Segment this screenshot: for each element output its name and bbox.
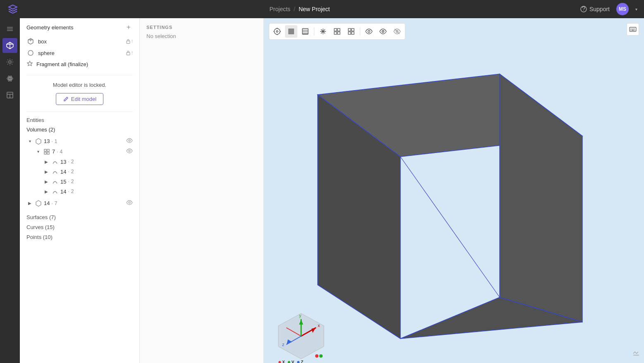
eye-partial-button[interactable] bbox=[377, 25, 389, 38]
tree-chevron-13-2a[interactable]: ▶ bbox=[43, 158, 50, 165]
svg-point-17 bbox=[28, 50, 33, 55]
svg-point-46 bbox=[382, 31, 384, 33]
tree-label-13-2a: 13 bbox=[60, 159, 66, 165]
svg-point-7 bbox=[9, 78, 11, 79]
svg-rect-23 bbox=[47, 152, 49, 154]
locked-message: Model editor is locked. bbox=[53, 82, 106, 88]
user-initials: MS bbox=[619, 6, 626, 12]
svg-rect-21 bbox=[47, 149, 49, 151]
user-avatar[interactable]: MS bbox=[616, 3, 629, 15]
mesh-button[interactable] bbox=[317, 25, 329, 38]
svg-text:y: y bbox=[299, 313, 302, 318]
select-tool-button[interactable] bbox=[271, 25, 283, 38]
tree-label-14-2a: 14 bbox=[60, 169, 66, 175]
sphere-lock: ! bbox=[126, 50, 133, 55]
tree-item-7-4: ▾ 7 · 4 bbox=[26, 146, 133, 157]
user-menu-chevron[interactable]: ▾ bbox=[635, 7, 637, 12]
svg-marker-58 bbox=[500, 74, 582, 322]
eye-open-button[interactable] bbox=[363, 25, 375, 38]
viewport-toolbar bbox=[269, 23, 405, 40]
main-layout: Geometry elements + box bbox=[0, 18, 644, 363]
geometry-item-sphere: sphere ! bbox=[26, 47, 133, 59]
geometry-section: Geometry elements + box bbox=[20, 18, 139, 75]
svg-rect-16 bbox=[127, 41, 130, 43]
eye-button-14-7[interactable] bbox=[126, 199, 133, 207]
svg-rect-20 bbox=[44, 149, 46, 151]
tree-label-7-4: 7 bbox=[52, 148, 55, 155]
tree-chevron-14-2b[interactable]: ▶ bbox=[43, 188, 50, 195]
locked-section: Model editor is locked. Edit model bbox=[20, 75, 139, 112]
wireframe-button[interactable] bbox=[299, 25, 311, 38]
sidebar-item-menu[interactable] bbox=[2, 21, 17, 36]
svg-rect-32 bbox=[288, 29, 294, 34]
header-right: Support MS ▾ bbox=[580, 3, 637, 15]
grid-button[interactable] bbox=[331, 25, 343, 38]
box-lock: ! bbox=[126, 39, 133, 44]
points-title: Points (10) bbox=[26, 232, 133, 241]
header: Projects / New Project Support MS ▾ bbox=[0, 0, 644, 18]
axis-y-dot: ●y bbox=[287, 358, 294, 363]
svg-point-74 bbox=[315, 354, 318, 358]
tree-item-13-2a: ▶ 13 · 2 bbox=[26, 157, 133, 167]
keyboard-button[interactable] bbox=[627, 23, 639, 36]
svg-point-26 bbox=[274, 29, 280, 34]
svg-point-25 bbox=[129, 202, 130, 203]
svg-line-61 bbox=[400, 157, 500, 297]
svg-text:z: z bbox=[282, 342, 285, 347]
eye-close-button[interactable] bbox=[391, 25, 403, 38]
sidebar-item-geometry[interactable] bbox=[2, 38, 17, 53]
toolbar-sep-2 bbox=[360, 27, 360, 36]
settings-panel: SETTINGS No selection bbox=[140, 18, 264, 363]
edit-model-label: Edit model bbox=[71, 96, 96, 102]
grid-icon-7-4 bbox=[43, 148, 50, 155]
svg-point-19 bbox=[129, 140, 130, 141]
tree-label-13-1: 13 bbox=[44, 138, 50, 144]
curve-icon-14-2b bbox=[51, 188, 59, 195]
svg-rect-42 bbox=[352, 29, 354, 31]
tree-chevron-7-4[interactable]: ▾ bbox=[35, 148, 41, 155]
fragment-all-item[interactable]: Fragment all (finalize) bbox=[26, 59, 133, 70]
sidebar-item-atom[interactable] bbox=[2, 71, 17, 86]
svg-rect-38 bbox=[338, 29, 340, 31]
tree-chevron-14-2a[interactable]: ▶ bbox=[43, 168, 50, 175]
svg-rect-18 bbox=[127, 53, 130, 55]
tree-label-15-2: 15 bbox=[60, 179, 66, 185]
app-logo[interactable] bbox=[7, 3, 19, 15]
sidebar-item-settings[interactable] bbox=[2, 55, 17, 69]
eye-button-7-4[interactable] bbox=[126, 148, 133, 155]
svg-point-6 bbox=[9, 61, 11, 63]
svg-rect-22 bbox=[44, 152, 46, 154]
viewport: x y z ●x ●y ●z bbox=[264, 18, 644, 363]
tree-chevron-14-7[interactable]: ▶ bbox=[26, 200, 33, 207]
svg-rect-43 bbox=[348, 32, 351, 34]
axis-z-dot: ●z bbox=[297, 358, 303, 363]
eye-button-13-1[interactable] bbox=[126, 137, 133, 145]
breadcrumb-projects[interactable]: Projects bbox=[270, 6, 291, 12]
tree-item-15-2: ▶ 15 · 2 bbox=[26, 177, 133, 186]
corner-icon bbox=[632, 349, 640, 359]
volume-icon-13-1 bbox=[35, 138, 42, 145]
svg-point-27 bbox=[276, 31, 278, 32]
tree-chevron-15-2[interactable]: ▶ bbox=[43, 178, 50, 185]
add-geometry-button[interactable]: + bbox=[124, 23, 133, 31]
svg-point-24 bbox=[129, 150, 130, 152]
support-button[interactable]: Support bbox=[580, 6, 610, 12]
sphere-icon bbox=[26, 49, 35, 57]
svg-point-45 bbox=[368, 31, 370, 33]
tree-chevron-13-1[interactable]: ▾ bbox=[26, 138, 33, 145]
sidebar-item-panel[interactable] bbox=[2, 88, 17, 103]
surfaces-title: Surfaces (7) bbox=[26, 212, 133, 222]
solid-view-button[interactable] bbox=[285, 25, 297, 38]
no-selection-text: No selection bbox=[146, 33, 257, 39]
geometry-item-box: box ! bbox=[26, 36, 133, 47]
filter-button[interactable] bbox=[345, 25, 357, 38]
box-label: box bbox=[38, 38, 47, 45]
svg-rect-39 bbox=[334, 32, 337, 34]
support-label: Support bbox=[589, 6, 610, 12]
fragment-icon bbox=[26, 60, 33, 68]
tree-label-14-7: 14 bbox=[44, 200, 50, 206]
edit-model-button[interactable]: Edit model bbox=[56, 93, 103, 105]
geometry-header: Geometry elements + bbox=[26, 23, 133, 31]
breadcrumb-current: New Project bbox=[299, 6, 330, 12]
geometry-title: Geometry elements bbox=[26, 24, 73, 31]
